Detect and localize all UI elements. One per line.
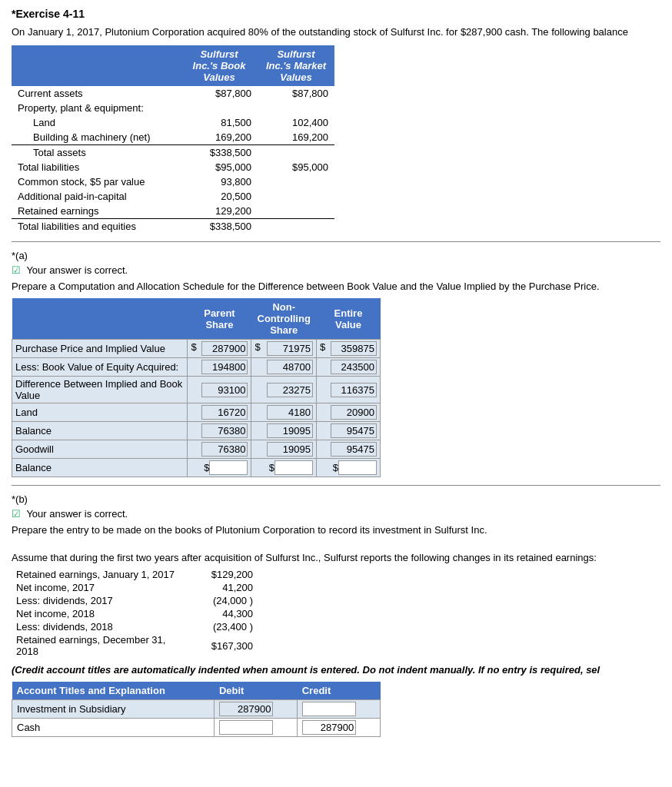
- alloc-row-nci-0: $: [251, 340, 316, 358]
- bs-row-market-2: 102,400: [258, 115, 334, 130]
- bs-row-market-9: [258, 219, 334, 234]
- bs-row-label-6: Common stock, $5 par value: [12, 174, 181, 189]
- bs-row-market-4: [258, 145, 334, 161]
- alloc-input-parent-6[interactable]: [209, 460, 248, 475]
- bs-row-label-7: Additional paid-in-capital: [12, 189, 181, 204]
- retained-label-3: Net income, 2018: [12, 607, 181, 620]
- alloc-row-label-0: Purchase Price and Implied Value: [12, 340, 188, 358]
- alloc-row-parent-3: [188, 403, 251, 422]
- alloc-input-entire-6[interactable]: [338, 460, 377, 475]
- bs-row-label-3: Building & machinery (net): [12, 130, 181, 145]
- je-row-credit-0[interactable]: [298, 700, 381, 719]
- alloc-row-parent-4: [188, 422, 251, 440]
- je-debit-input-0[interactable]: [219, 702, 273, 716]
- bs-row-book-1: [181, 101, 258, 115]
- alloc-row-entire-2: [316, 377, 380, 403]
- je-row-credit-1[interactable]: [298, 719, 381, 737]
- alloc-row-entire-5: [316, 440, 380, 459]
- alloc-input-entire-1[interactable]: [331, 360, 377, 374]
- alloc-row-nci-4: [251, 422, 316, 440]
- bs-row-label-4: Total assets: [12, 145, 181, 161]
- part-b-instruction1: Prepare the entry to be made on the book…: [12, 524, 660, 536]
- alloc-input-nci-1[interactable]: [267, 360, 313, 374]
- bs-row-label-1: Property, plant & equipment:: [12, 101, 181, 115]
- alloc-row-nci-1: [251, 358, 316, 377]
- exercise-title: *Exercise 4-11: [12, 8, 660, 20]
- je-row-label-1: Cash: [12, 719, 215, 737]
- alloc-row-entire-0: $: [316, 340, 380, 358]
- je-row-debit-1[interactable]: [215, 719, 298, 737]
- alloc-row-parent-5: [188, 440, 251, 459]
- alloc-input-entire-5[interactable]: [331, 442, 377, 457]
- retained-value-5: $167,300: [181, 633, 258, 658]
- alloc-header-nci: Non-Controlling Share: [251, 298, 316, 340]
- alloc-header-label: [12, 298, 188, 340]
- alloc-input-entire-0[interactable]: [331, 341, 377, 356]
- je-debit-input-1[interactable]: [219, 720, 273, 735]
- bs-row-label-2: Land: [12, 115, 181, 130]
- alloc-row-label-2: Difference Between Implied and Book Valu…: [12, 377, 188, 403]
- bs-row-market-7: [258, 189, 334, 204]
- check-icon-b: ☑: [12, 508, 21, 520]
- retained-label-4: Less: dividends, 2018: [12, 620, 181, 633]
- retained-earnings-table: Retained earnings, January 1, 2017 $129,…: [12, 568, 258, 658]
- check-icon: ☑: [12, 264, 21, 276]
- alloc-row-label-3: Land: [12, 403, 188, 422]
- divider-1: [12, 241, 660, 242]
- bs-row-book-5: $95,000: [181, 160, 258, 174]
- retained-label-0: Retained earnings, January 1, 2017: [12, 568, 181, 581]
- retained-value-3: 44,300: [181, 607, 258, 620]
- alloc-input-parent-3[interactable]: [201, 405, 248, 420]
- italic-note: (Credit account titles are automatically…: [12, 664, 660, 676]
- intro-text: On January 1, 2017, Plutonium Corporatio…: [12, 26, 660, 38]
- alloc-input-parent-1[interactable]: [201, 360, 248, 374]
- alloc-row-nci-5: [251, 440, 316, 459]
- alloc-input-parent-4[interactable]: [201, 423, 248, 438]
- bs-header-book: Sulfurst Inc.'s Book Values: [181, 45, 258, 86]
- alloc-row-nci-2: [251, 377, 316, 403]
- alloc-row-nci-3: [251, 403, 316, 422]
- je-credit-input-1[interactable]: [302, 720, 356, 735]
- retained-value-0: $129,200: [181, 568, 258, 581]
- je-row-label-0: Investment in Subsidiary: [12, 700, 215, 719]
- alloc-row-nci-6[interactable]: $: [251, 459, 316, 477]
- part-b-instruction2: Assume that during the first two years a…: [12, 552, 660, 563]
- bs-row-book-6: 93,800: [181, 174, 258, 189]
- bs-row-label-5: Total liabilities: [12, 160, 181, 174]
- alloc-input-nci-5[interactable]: [267, 442, 313, 457]
- je-row-debit-0[interactable]: [215, 700, 298, 719]
- alloc-input-nci-6[interactable]: [274, 460, 313, 475]
- alloc-row-parent-1: [188, 358, 251, 377]
- je-credit-input-0[interactable]: [302, 702, 356, 716]
- allocation-table: Parent Share Non-Controlling Share Entir…: [12, 298, 381, 477]
- bs-row-market-0: $87,800: [258, 86, 334, 101]
- bs-row-label-0: Current assets: [12, 86, 181, 101]
- alloc-input-parent-5[interactable]: [201, 442, 248, 457]
- alloc-input-parent-0[interactable]: [201, 341, 248, 356]
- alloc-input-nci-3[interactable]: [267, 405, 313, 420]
- alloc-row-parent-6[interactable]: $: [188, 459, 251, 477]
- bs-row-book-9: $338,500: [181, 219, 258, 234]
- alloc-input-parent-2[interactable]: [201, 383, 248, 397]
- alloc-input-entire-2[interactable]: [331, 383, 377, 397]
- check-msg-b: Your answer is correct.: [26, 508, 128, 520]
- alloc-input-entire-3[interactable]: [331, 405, 377, 420]
- bs-row-book-7: 20,500: [181, 189, 258, 204]
- part-a-check: ☑ Your answer is correct.: [12, 264, 660, 276]
- divider-2: [12, 485, 660, 486]
- retained-label-1: Net income, 2017: [12, 581, 181, 594]
- alloc-header-parent: Parent Share: [188, 298, 251, 340]
- alloc-input-nci-0[interactable]: [267, 341, 313, 356]
- bs-row-label-9: Total liabilities and equities: [12, 219, 181, 234]
- bs-row-book-3: 169,200: [181, 130, 258, 145]
- bs-header-label: [12, 45, 181, 86]
- alloc-row-entire-6[interactable]: $: [316, 459, 380, 477]
- part-a-label: *(a): [12, 250, 660, 261]
- alloc-input-entire-4[interactable]: [331, 423, 377, 438]
- alloc-input-nci-4[interactable]: [267, 423, 313, 438]
- alloc-input-nci-2[interactable]: [267, 383, 313, 397]
- part-a-instruction: Prepare a Computation and Allocation Sch…: [12, 281, 660, 292]
- bs-row-market-5: $95,000: [258, 160, 334, 174]
- alloc-row-entire-4: [316, 422, 380, 440]
- bs-row-market-8: [258, 204, 334, 219]
